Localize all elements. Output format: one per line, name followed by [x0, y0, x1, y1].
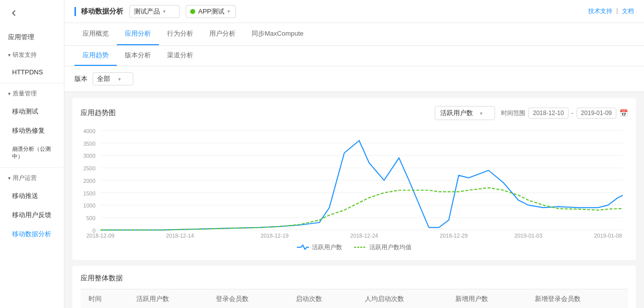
svg-text:2019-01-08: 2019-01-08 — [594, 233, 622, 238]
tab-users[interactable]: 用户分析 — [201, 23, 244, 45]
sidebar-sub-users: 移动推送 移动用户反馈 移动数据分析 — [0, 186, 64, 244]
chart-legend: 活跃用户数 活跃用户数均值 — [80, 243, 628, 252]
product-select[interactable]: 测试产品 ▾ — [129, 5, 180, 18]
sidebar-item-label: 移动数据分析 — [12, 230, 51, 239]
svg-text:3000: 3000 — [84, 153, 96, 159]
tab-behavior[interactable]: 行为分析 — [159, 23, 201, 45]
table-section: 应用整体数据 时间 活跃用户数 登录会员数 启动次数 人均启动次数 新增用户数 … — [72, 266, 636, 308]
tab-label: 用户分析 — [209, 30, 235, 37]
sub-tab-channel[interactable]: 渠道分析 — [159, 46, 201, 66]
metric-select-arrow: ▾ — [480, 111, 482, 116]
version-select[interactable]: 全部 ▾ — [93, 72, 133, 85]
sub-tab-version[interactable]: 版本分析 — [117, 46, 159, 66]
col-active-users: 活跃用户数 — [128, 289, 208, 308]
doc-link-text[interactable]: 文档 — [622, 7, 634, 16]
table-title: 应用整体数据 — [80, 274, 628, 283]
doc-link: | — [616, 7, 618, 16]
sidebar-group-label-dev: 研发支持 — [13, 51, 37, 59]
product-select-value: 测试产品 — [134, 7, 160, 16]
sidebar-item-label: 移动用户反馈 — [12, 211, 51, 220]
app-select-arrow: ▾ — [227, 9, 230, 14]
sidebar-item-label: 移动推送 — [12, 191, 38, 200]
sidebar-item-label: 应用管理 — [8, 33, 34, 42]
app-select-value: APP测试 — [198, 7, 224, 16]
product-select-arrow: ▾ — [163, 9, 166, 14]
legend-active-users: 活跃用户数 — [297, 243, 342, 252]
chart-header: 应用趋势图 活跃用户数 ▾ 时间范围 2018-12-10 - 2019-01-… — [80, 106, 628, 120]
time-range-label: 时间范围 — [501, 109, 525, 118]
legend-blue-icon — [297, 244, 309, 250]
content-area: 应用概览 应用分析 行为分析 用户分析 同步MaxCompute 应用趋势 版本… — [64, 23, 644, 308]
sidebar-item-push[interactable]: 移动推送 — [4, 186, 64, 206]
date-start-input[interactable]: 2018-12-10 — [528, 108, 568, 119]
version-select-arrow: ▾ — [118, 76, 121, 82]
page-title: 移动数据分析 — [74, 7, 123, 16]
sidebar-group-users[interactable]: ▾ 用户运营 — [0, 170, 64, 186]
trend-chart: 4000 3500 3000 2500 2000 1500 1000 500 0 — [80, 128, 628, 238]
main-tabs: 应用概览 应用分析 行为分析 用户分析 同步MaxCompute — [64, 23, 644, 46]
sidebar-item-hotfix[interactable]: 移动热修复 — [4, 121, 64, 140]
sidebar-group-quality[interactable]: ▾ 质量管理 — [0, 85, 64, 102]
calendar-icon[interactable]: 📅 — [619, 109, 628, 117]
tab-label: 同步MaxCompute — [252, 30, 303, 37]
sidebar-group-dev[interactable]: ▾ 研发支持 — [0, 47, 64, 63]
legend-active-users-label: 活跃用户数 — [312, 243, 342, 252]
sidebar-item-mobile-test[interactable]: 移动测试 — [4, 102, 64, 121]
tab-maxcompute[interactable]: 同步MaxCompute — [244, 23, 311, 45]
tab-label: 应用概览 — [83, 30, 109, 37]
sidebar-item-data-analysis[interactable]: 移动数据分析 — [4, 225, 64, 244]
sidebar-sub-quality: 移动测试 移动热修复 崩溃分析（公测中） — [0, 102, 64, 165]
tab-overview[interactable]: 应用概览 — [74, 23, 117, 45]
svg-text:2018-12-24: 2018-12-24 — [350, 233, 378, 238]
date-end-value: 2019-01-09 — [581, 110, 612, 117]
sidebar-item-httpdns[interactable]: HTTPDNS — [4, 63, 64, 81]
version-select-value: 全部 — [97, 74, 110, 83]
legend-avg-users: 活跃用户数均值 — [354, 243, 412, 252]
svg-text:2018-12-09: 2018-12-09 — [87, 233, 115, 238]
main-content: 移动数据分析 测试产品 ▾ APP测试 ▾ 技术支持 | 文档 应用概览 应用分… — [64, 0, 644, 308]
sidebar-item-app-management[interactable]: 应用管理 — [0, 28, 64, 47]
data-table: 时间 活跃用户数 登录会员数 启动次数 人均启动次数 新增用户数 新增登录会员数… — [80, 289, 628, 308]
top-header: 移动数据分析 测试产品 ▾ APP测试 ▾ 技术支持 | 文档 — [64, 0, 644, 23]
col-new-members: 新增登录会员数 — [527, 289, 628, 308]
metric-select-value: 活跃用户数 — [440, 109, 473, 118]
sidebar: 应用管理 ▾ 研发支持 HTTPDNS ▾ 质量管理 移动测试 移动热修复 崩溃… — [0, 0, 64, 308]
tech-support-link[interactable]: 技术支持 — [588, 7, 612, 16]
sidebar-item-feedback[interactable]: 移动用户反馈 — [4, 206, 64, 225]
svg-text:3500: 3500 — [84, 141, 96, 147]
chart-controls: 活跃用户数 ▾ 时间范围 2018-12-10 - 2019-01-09 📅 — [435, 106, 628, 120]
svg-text:2018-12-14: 2018-12-14 — [166, 233, 194, 238]
col-members: 登录会员数 — [208, 289, 287, 308]
legend-avg-users-label: 活跃用户数均值 — [369, 243, 412, 252]
sub-tab-label: 应用趋势 — [83, 51, 109, 59]
sidebar-sub-dev: HTTPDNS — [0, 63, 64, 81]
table-header-row: 时间 活跃用户数 登录会员数 启动次数 人均启动次数 新增用户数 新增登录会员数 — [80, 289, 628, 308]
sidebar-item-crash[interactable]: 崩溃分析（公测中） — [4, 140, 64, 165]
svg-text:500: 500 — [87, 215, 96, 221]
svg-text:2018-12-29: 2018-12-29 — [440, 233, 468, 238]
sidebar-group-label-quality: 质量管理 — [13, 89, 37, 98]
chart-title: 应用趋势图 — [80, 109, 116, 118]
time-range: 时间范围 2018-12-10 - 2019-01-09 📅 — [501, 108, 628, 119]
back-button[interactable] — [0, 0, 64, 28]
metric-select[interactable]: 活跃用户数 ▾ — [435, 106, 495, 120]
svg-text:2500: 2500 — [84, 165, 96, 171]
filter-bar: 版本 全部 ▾ — [64, 66, 644, 92]
svg-text:1500: 1500 — [84, 190, 96, 196]
sidebar-item-label: HTTPDNS — [12, 68, 43, 76]
tab-app-analysis[interactable]: 应用分析 — [117, 23, 159, 45]
chart-section: 应用趋势图 活跃用户数 ▾ 时间范围 2018-12-10 - 2019-01-… — [72, 98, 636, 260]
sidebar-item-label: 崩溃分析（公测中） — [12, 145, 56, 160]
sidebar-item-label: 移动测试 — [12, 107, 38, 116]
col-launches: 启动次数 — [288, 289, 357, 308]
sub-tab-trend[interactable]: 应用趋势 — [74, 46, 117, 66]
date-end-input[interactable]: 2019-01-09 — [577, 108, 616, 119]
tab-label: 应用分析 — [125, 30, 151, 37]
app-select[interactable]: APP测试 ▾ — [186, 5, 236, 18]
top-right-links: 技术支持 | 文档 — [588, 7, 634, 16]
col-time: 时间 — [80, 289, 128, 308]
date-start-value: 2018-12-10 — [533, 110, 564, 117]
sub-tab-label: 渠道分析 — [167, 51, 193, 59]
filter-label: 版本 — [74, 74, 88, 83]
svg-text:2018-12-19: 2018-12-19 — [261, 233, 289, 238]
